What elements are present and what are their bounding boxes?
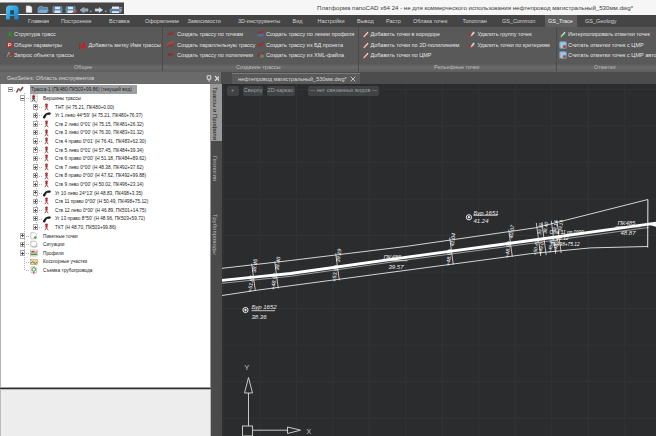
- svg-text:ПК485: ПК485: [617, 220, 636, 226]
- svg-text:ПК498+75.12: ПК498+75.12: [550, 242, 579, 247]
- svg-text:Ств 11 пр 0°00: Ств 11 пр 0°00: [549, 230, 584, 235]
- svg-text:ПК486: ПК486: [383, 254, 402, 260]
- svg-text:39.57: 39.57: [388, 264, 404, 270]
- svg-text:Бур 1651: Бур 1651: [473, 210, 498, 216]
- svg-text:41.24: 41.24: [473, 218, 489, 224]
- svg-text:Y: Y: [244, 364, 249, 371]
- svg-text:Уг 12: Уг 12: [556, 236, 568, 241]
- svg-text:X: X: [306, 428, 311, 435]
- svg-text:Бур 1652: Бур 1652: [251, 304, 277, 310]
- svg-text:M: M: [79, 41, 86, 49]
- svg-text:38.36: 38.36: [251, 314, 267, 320]
- svg-text:48.87: 48.87: [620, 230, 636, 236]
